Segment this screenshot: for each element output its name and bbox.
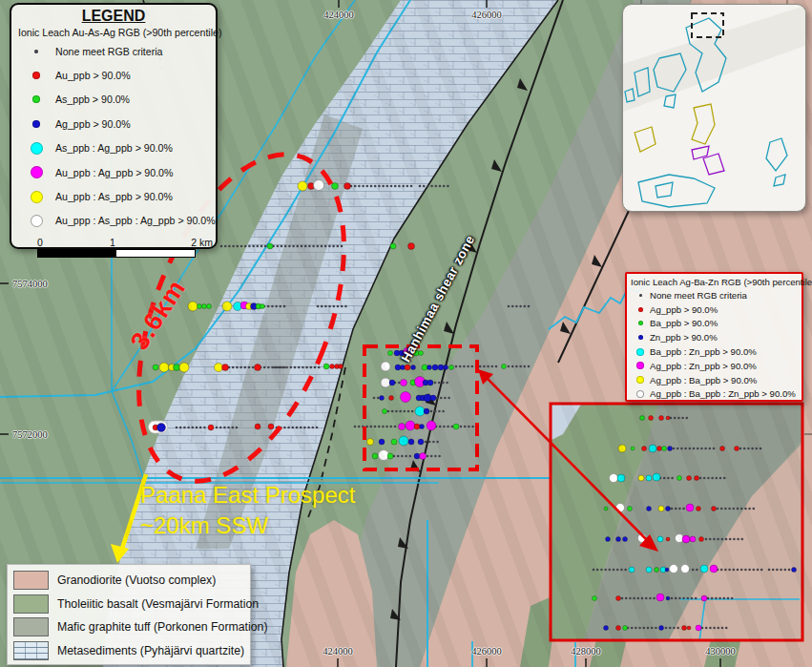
legend-dot (17, 95, 55, 103)
sample-dot-trail (438, 455, 441, 458)
sample-dot-trail (332, 245, 335, 248)
sample-dot (642, 447, 647, 451)
sample-dot-trail (692, 569, 695, 572)
sample-dot-trail (394, 426, 397, 428)
sample-dot-trail (731, 597, 734, 600)
geology-legend-label: Tholeiitic basalt (Vesmajärvi Formation (57, 597, 259, 611)
sample-dot-trail (406, 185, 409, 188)
sample-dot-trail (709, 538, 712, 541)
sample-dot-trail (680, 448, 683, 450)
sample-dot-trail (240, 245, 243, 248)
sample-dot (157, 424, 166, 432)
sample-dot-trail (519, 305, 522, 308)
sample-dot (699, 537, 704, 542)
sample-dot (623, 537, 628, 542)
sample-dot (391, 439, 397, 445)
sample-dot (686, 504, 694, 511)
sample-dot (390, 243, 396, 249)
sample-dot (682, 626, 687, 631)
legend-dot (631, 376, 650, 384)
sample-dot-trail (366, 185, 369, 188)
sample-dot-trail (344, 305, 347, 308)
sample-dot-trail (274, 366, 277, 369)
sample-dot (401, 392, 411, 403)
sample-dot-trail (686, 417, 689, 420)
sample-dot-trail (459, 365, 462, 368)
sample-dot-trail (409, 455, 412, 458)
legend-item-label: Ag_ppb > 90.0% (650, 304, 718, 315)
sample-dot-trail (635, 627, 637, 630)
legend-subtitle: Ionic Leach Au-As-Ag RGB (>90th percenti… (18, 27, 210, 38)
inset-zoom-panel (550, 403, 804, 641)
sample-dot (610, 474, 618, 483)
coord-label: 426000 (471, 10, 502, 20)
sample-dot-trail (669, 627, 672, 630)
sample-dot (387, 453, 393, 459)
sample-dot (662, 447, 667, 451)
sample-dot-trail (447, 426, 449, 428)
sample-dot-trail (748, 569, 751, 572)
geology-legend-item: Tholeiitic basalt (Vesmajärvi Formation (13, 593, 244, 616)
coord-label: 424000 (323, 646, 353, 657)
sample-dot (395, 365, 401, 370)
sample-dot-trail (227, 427, 230, 429)
sample-dot (666, 596, 670, 600)
sample-dot-trail (387, 410, 390, 413)
sample-dot-trail (228, 245, 231, 248)
sample-dot-trail (288, 245, 291, 248)
geology-legend-label: Metasediments (Pyhäjärvi quartzite) (57, 644, 244, 657)
sample-dot (695, 476, 699, 481)
legend-item-label: Ag_ppb : Ba_ppb > 90.0% (650, 375, 757, 386)
sample-dot (593, 596, 597, 601)
sample-dot (792, 568, 797, 573)
sample-dot-trail (328, 245, 331, 248)
sample-dot-trail (705, 627, 708, 630)
sample-dot (687, 476, 692, 481)
sample-dot-trail (621, 597, 624, 600)
sample-dot (687, 626, 691, 630)
geological-map[interactable]: 420000 422000 424000 426000 428000 43000… (0, 0, 812, 667)
sample-dot-trail (624, 569, 627, 572)
sample-dot (710, 565, 718, 573)
sample-dot-trail (753, 569, 756, 572)
sample-dot-trail (271, 305, 274, 308)
geology-swatch-tuff (13, 617, 49, 636)
sample-dot (640, 416, 645, 421)
sample-dot (653, 473, 660, 481)
sample-dot-trail (410, 185, 413, 188)
sample-dot-trail (495, 365, 498, 368)
sample-dot (215, 364, 223, 372)
coord-label: 426000 (471, 646, 502, 657)
sample-dot-trail (744, 569, 747, 572)
sample-dot-trail (239, 366, 242, 369)
sample-dot-trail (316, 427, 319, 429)
sample-dot (657, 536, 663, 542)
sample-dot (658, 506, 664, 511)
sample-dot-trail (257, 245, 260, 248)
sample-dot-trail (300, 427, 302, 429)
sample-dot-trail (468, 426, 470, 428)
sample-dot-trail (430, 185, 433, 188)
sample-dot-trail (236, 366, 239, 369)
sample-dot-trail (358, 185, 361, 188)
sample-dot-trail (511, 365, 514, 368)
sample-dot-trail (382, 426, 385, 428)
sample-dot (419, 351, 424, 356)
legend-item-label: As_ppb > 90.0% (55, 94, 130, 105)
sample-dot-trail (434, 455, 437, 458)
sample-dot-trail (283, 427, 286, 429)
sample-dot (202, 304, 207, 309)
coord-label: 430000 (705, 646, 736, 657)
sample-dot-trail (285, 366, 288, 369)
sample-dot (670, 565, 678, 573)
legend-item: Ag_ppb > 90.0% (17, 112, 210, 135)
sample-dot-trail (709, 627, 712, 630)
sample-dot-trail (629, 597, 632, 600)
sample-dot-trail (655, 627, 657, 630)
sample-dot-trail (394, 185, 397, 188)
sample-dot (415, 406, 425, 416)
sample-dot-trail (633, 597, 635, 600)
legend-item-label: Ba_ppb : Zn_ppb > 90.0% (650, 346, 757, 357)
sample-dot-trail (374, 185, 377, 188)
sample-dot-trail (337, 245, 340, 248)
